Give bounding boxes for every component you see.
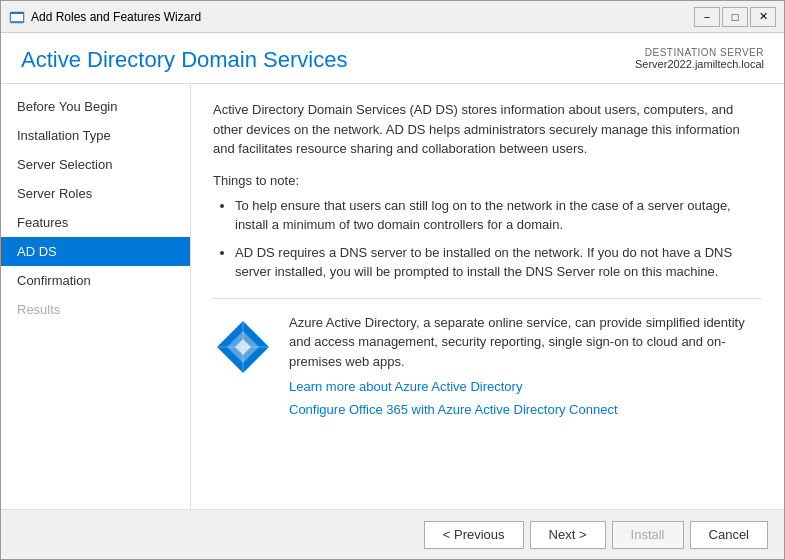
svg-rect-2 <box>10 12 24 14</box>
maximize-button[interactable]: □ <box>722 7 748 27</box>
azure-section: Azure Active Directory, a separate onlin… <box>213 313 762 420</box>
minimize-button[interactable]: − <box>694 7 720 27</box>
next-button[interactable]: Next > <box>530 521 606 549</box>
divider <box>213 298 762 299</box>
azure-link-configure-365[interactable]: Configure Office 365 with Azure Active D… <box>289 400 762 420</box>
list-item: AD DS requires a DNS server to be instal… <box>235 243 762 282</box>
sidebar-item-before-you-begin[interactable]: Before You Begin <box>1 92 190 121</box>
window-title: Add Roles and Features Wizard <box>31 10 694 24</box>
azure-diamond-icon <box>213 317 273 377</box>
sidebar-item-ad-ds[interactable]: AD DS <box>1 237 190 266</box>
wizard-icon <box>9 9 25 25</box>
main-content: Active Directory Domain Services (AD DS)… <box>191 84 784 509</box>
title-bar: Add Roles and Features Wizard − □ ✕ <box>1 1 784 33</box>
cancel-button[interactable]: Cancel <box>690 521 768 549</box>
content-area: Before You Begin Installation Type Serve… <box>1 84 784 509</box>
sidebar-item-server-selection[interactable]: Server Selection <box>1 150 190 179</box>
close-button[interactable]: ✕ <box>750 7 776 27</box>
footer: < Previous Next > Install Cancel <box>1 509 784 559</box>
things-note: Things to note: <box>213 173 762 188</box>
destination-label: DESTINATION SERVER <box>635 47 764 58</box>
install-button: Install <box>612 521 684 549</box>
azure-text: Azure Active Directory, a separate onlin… <box>289 313 762 420</box>
sidebar-item-features[interactable]: Features <box>1 208 190 237</box>
sidebar-item-confirmation[interactable]: Confirmation <box>1 266 190 295</box>
sidebar: Before You Begin Installation Type Serve… <box>1 84 191 509</box>
destination-value: Server2022.jamiltech.local <box>635 58 764 70</box>
previous-button[interactable]: < Previous <box>424 521 524 549</box>
sidebar-item-installation-type[interactable]: Installation Type <box>1 121 190 150</box>
wizard-window: Add Roles and Features Wizard − □ ✕ Acti… <box>0 0 785 560</box>
wizard-header: Active Directory Domain Services DESTINA… <box>1 33 784 84</box>
azure-link-learn-more[interactable]: Learn more about Azure Active Directory <box>289 377 762 397</box>
svg-rect-1 <box>11 14 23 21</box>
bullet-list: To help ensure that users can still log … <box>213 196 762 282</box>
sidebar-item-results: Results <box>1 295 190 324</box>
main-description: Active Directory Domain Services (AD DS)… <box>213 100 762 159</box>
destination-server-info: DESTINATION SERVER Server2022.jamiltech.… <box>635 47 764 70</box>
list-item: To help ensure that users can still log … <box>235 196 762 235</box>
azure-links: Learn more about Azure Active Directory … <box>289 377 762 419</box>
sidebar-item-server-roles[interactable]: Server Roles <box>1 179 190 208</box>
page-title: Active Directory Domain Services <box>21 47 347 73</box>
window-controls: − □ ✕ <box>694 7 776 27</box>
